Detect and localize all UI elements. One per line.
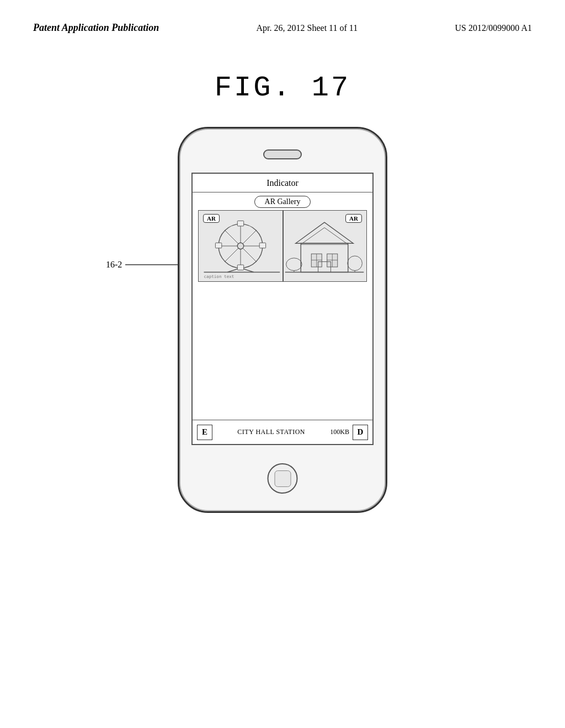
figure-title: FIG. 17 bbox=[0, 72, 565, 104]
status-location-label: CITY HALL STATION bbox=[237, 428, 305, 436]
annotation-16-2: 16-2 bbox=[106, 259, 186, 270]
status-size: 100KB bbox=[330, 428, 349, 436]
svg-marker-19 bbox=[301, 228, 348, 244]
svg-marker-18 bbox=[296, 222, 354, 243]
svg-point-29 bbox=[348, 256, 363, 271]
svg-text:caption text: caption text bbox=[204, 274, 234, 279]
patent-number: US 2012/0099000 A1 bbox=[455, 23, 532, 33]
patent-header: Patent Application Publication Apr. 26, … bbox=[33, 22, 532, 34]
ar-image-area: caption text bbox=[198, 210, 367, 282]
svg-point-27 bbox=[286, 258, 302, 271]
patent-date-sheet: Apr. 26, 2012 Sheet 11 of 11 bbox=[257, 23, 358, 33]
status-d-label: D bbox=[358, 427, 364, 437]
ar-badge-left-label: AR bbox=[207, 215, 216, 222]
phone-device: 16-2 Indicator AR Gallery bbox=[178, 127, 387, 513]
ar-badge-left: AR bbox=[203, 214, 220, 223]
svg-rect-11 bbox=[237, 221, 243, 226]
status-location: CITY HALL STATION bbox=[216, 428, 327, 436]
svg-rect-12 bbox=[237, 265, 243, 270]
status-e-icon: E bbox=[197, 425, 212, 440]
ar-gallery-pill: AR Gallery bbox=[254, 196, 311, 208]
svg-rect-13 bbox=[215, 243, 221, 248]
indicator-label: Indicator bbox=[266, 178, 299, 188]
annotation-arrow bbox=[125, 259, 186, 270]
status-d-icon: D bbox=[353, 425, 368, 440]
annotation-label: 16-2 bbox=[106, 260, 122, 270]
ar-badge-right: AR bbox=[345, 214, 362, 223]
home-button[interactable] bbox=[268, 463, 298, 494]
status-e-label: E bbox=[202, 427, 207, 437]
ar-badge-right-label: AR bbox=[349, 215, 358, 222]
status-size-label: 100KB bbox=[330, 428, 349, 436]
patent-publication-label: Patent Application Publication bbox=[33, 22, 159, 34]
svg-rect-17 bbox=[301, 243, 348, 272]
phone-screen: Indicator AR Gallery bbox=[191, 173, 374, 445]
home-button-inner bbox=[274, 470, 291, 487]
phone-speaker bbox=[263, 149, 302, 159]
svg-point-8 bbox=[237, 243, 243, 249]
screen-status-bar: E CITY HALL STATION 100KB D bbox=[193, 420, 372, 444]
ar-gallery-label: AR Gallery bbox=[265, 197, 301, 206]
indicator-bar: Indicator bbox=[193, 174, 372, 192]
svg-rect-14 bbox=[259, 243, 265, 248]
phone-outer-shell: Indicator AR Gallery bbox=[178, 127, 387, 513]
ar-gallery-section: AR Gallery bbox=[193, 192, 372, 210]
